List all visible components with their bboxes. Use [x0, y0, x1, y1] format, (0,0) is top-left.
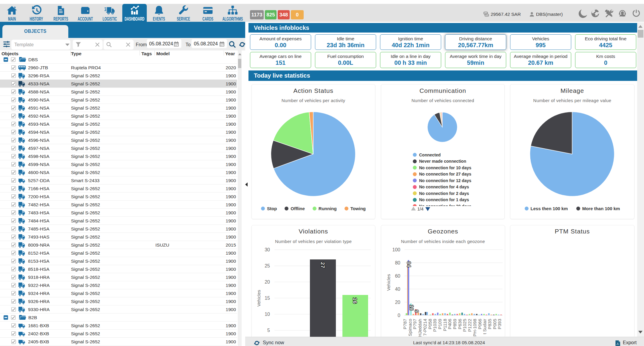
svg-text:P797: P797: [412, 319, 417, 329]
svg-text:P636: P636: [457, 319, 462, 329]
svg-text:P406: P406: [447, 319, 452, 329]
svg-text:P066: P066: [477, 319, 482, 329]
svg-text:20: 20: [395, 300, 400, 305]
svg-text:100: 100: [392, 247, 400, 252]
svg-text:25: 25: [265, 263, 270, 268]
svg-text:P058: P058: [427, 319, 433, 329]
svg-text:16: 16: [352, 298, 358, 304]
svg-text:P005: P005: [492, 319, 497, 329]
svg-text:7-P0214: 7-P0214: [422, 319, 427, 336]
svg-text:18: 18: [409, 305, 414, 311]
svg-text:P835: P835: [487, 319, 492, 329]
svg-text:P1118: P1118: [442, 319, 447, 331]
svg-text:0: 0: [398, 313, 400, 318]
svg-text:10: 10: [265, 312, 270, 317]
svg-text:Vehicles: Vehicles: [386, 274, 391, 291]
svg-text:80: 80: [395, 260, 400, 265]
svg-text:t Sudair: t Sudair: [482, 319, 487, 334]
svg-text:20: 20: [265, 279, 270, 285]
svg-text:P1025: P1025: [462, 319, 467, 332]
svg-text:P1222: P1222: [467, 319, 472, 332]
svg-text:5: 5: [267, 328, 270, 333]
svg-text:Spimaco: Spimaco: [407, 319, 413, 336]
svg-text:P859: P859: [452, 319, 457, 329]
svg-text:84: 84: [406, 262, 411, 267]
svg-text:15: 15: [265, 296, 270, 301]
svg-text:60: 60: [395, 273, 400, 279]
svg-text:P109: P109: [437, 319, 442, 329]
svg-text:PH-1098: PH-1098: [472, 319, 477, 336]
svg-text:Vehicles: Vehicles: [256, 290, 261, 307]
svg-text:P393: P393: [497, 319, 502, 329]
svg-text:30: 30: [265, 247, 270, 252]
svg-text:40: 40: [395, 287, 400, 292]
svg-text:HJeddah: HJeddah: [417, 319, 422, 337]
svg-text:P1039: P1039: [432, 319, 437, 332]
svg-text:27: 27: [320, 262, 325, 268]
svg-text:9: 9: [414, 310, 419, 313]
svg-text:P787: P787: [402, 319, 407, 329]
